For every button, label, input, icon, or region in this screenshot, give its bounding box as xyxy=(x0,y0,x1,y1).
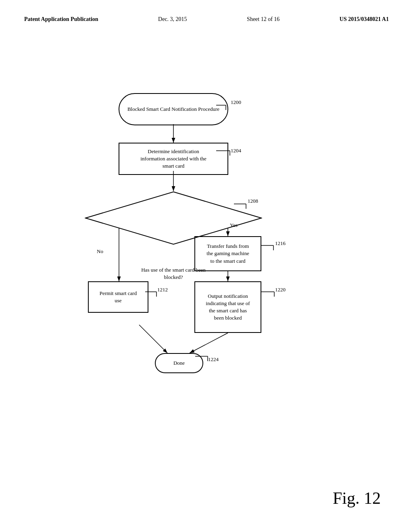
start-box-1200: Blocked Smart Card Notification Procedur… xyxy=(119,93,228,125)
label-1204: 1204 xyxy=(231,148,241,154)
done-box-1224: Done xyxy=(155,353,203,373)
start-box-text: Blocked Smart Card Notification Procedur… xyxy=(127,106,219,113)
date-label: Dec. 3, 2015 xyxy=(158,16,187,23)
step-1216-box: Transfer funds fromthe gaming machineto … xyxy=(194,236,261,271)
label-1216: 1216 xyxy=(275,240,286,247)
patent-number-label: US 2015/0348021 A1 xyxy=(340,16,389,23)
no-label: No xyxy=(97,248,103,255)
done-box-text: Done xyxy=(173,360,185,367)
step-1216-text: Transfer funds fromthe gaming machineto … xyxy=(206,243,249,265)
svg-line-6 xyxy=(139,325,167,353)
sheet-label: Sheet 12 of 16 xyxy=(247,16,280,23)
figure-caption: Fig. 12 xyxy=(333,488,381,508)
label-1208: 1208 xyxy=(248,198,258,204)
step-1220-text: Output notificationindicating that use o… xyxy=(206,293,250,322)
step-1204-text: Determine identificationinformation asso… xyxy=(140,148,206,170)
label-1224: 1224 xyxy=(208,356,219,363)
label-1220: 1220 xyxy=(275,287,286,293)
step-1220-box: Output notificationindicating that use o… xyxy=(194,281,261,333)
step-1212-box: Permit smart carduse xyxy=(88,281,148,313)
label-1212: 1212 xyxy=(157,287,168,293)
svg-line-7 xyxy=(190,333,228,353)
label-1200: 1200 xyxy=(231,99,241,106)
publication-label: Patent Application Publication xyxy=(24,16,98,23)
step-1204-box: Determine identificationinformation asso… xyxy=(119,143,228,175)
yes-label: Yes xyxy=(230,222,238,229)
flowchart-diagram: Blocked Smart Card Notification Procedur… xyxy=(0,31,413,494)
step-1212-text: Permit smart carduse xyxy=(100,290,137,304)
page-header: Patent Application Publication Dec. 3, 2… xyxy=(0,0,413,31)
